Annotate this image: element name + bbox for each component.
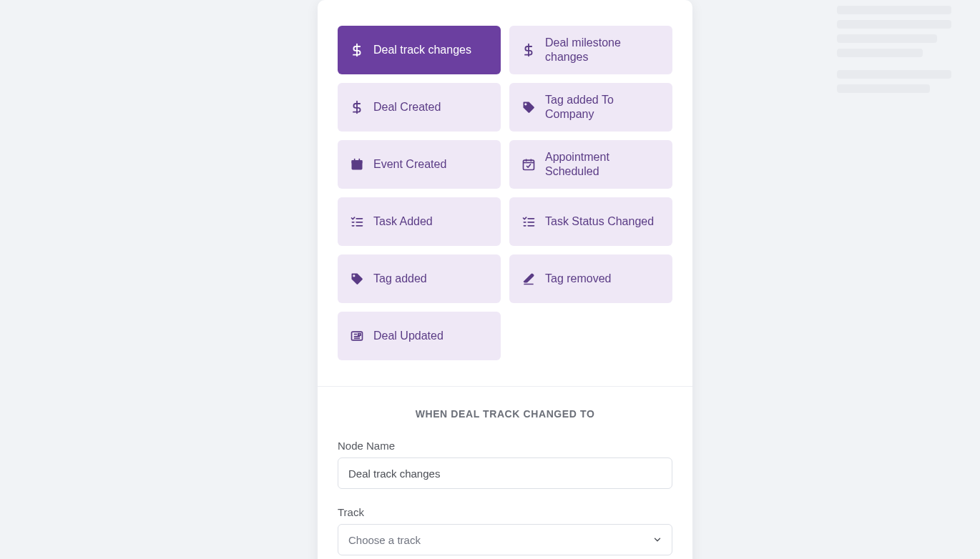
tag-icon xyxy=(521,99,536,115)
option-deal-track-changes[interactable]: Deal track changes xyxy=(338,26,501,74)
option-tag-added[interactable]: Tag added xyxy=(338,254,501,303)
option-tag-removed[interactable]: Tag removed xyxy=(509,254,672,303)
track-select[interactable]: Choose a track xyxy=(338,524,672,555)
svg-rect-5 xyxy=(354,159,356,162)
appointment-icon xyxy=(521,157,536,172)
dollar-icon xyxy=(521,42,536,58)
svg-rect-6 xyxy=(359,159,361,162)
dollar-icon xyxy=(349,99,365,115)
node-name-label: Node Name xyxy=(338,440,672,452)
dollar-icon xyxy=(349,42,365,58)
option-label: Tag removed xyxy=(545,272,612,286)
option-label: Deal Updated xyxy=(373,329,444,343)
option-task-added[interactable]: Task Added xyxy=(338,197,501,246)
svg-rect-7 xyxy=(524,160,534,169)
option-deal-updated[interactable]: Deal Updated xyxy=(338,312,501,360)
option-label: Appointment Scheduled xyxy=(545,150,661,179)
task-list-icon xyxy=(521,214,536,229)
option-deal-milestone-changes[interactable]: Deal milestone changes xyxy=(509,26,672,74)
option-tag-added-to-company[interactable]: Tag added To Company xyxy=(509,83,672,132)
option-label: Task Status Changed xyxy=(545,214,654,229)
trigger-options-grid: Deal track changes Deal milestone change… xyxy=(318,0,692,380)
option-label: Task Added xyxy=(373,214,433,229)
option-label: Deal milestone changes xyxy=(545,36,661,64)
eraser-icon xyxy=(521,271,536,287)
background-placeholder-lines xyxy=(837,0,980,99)
node-name-input[interactable] xyxy=(338,457,672,489)
option-appointment-scheduled[interactable]: Appointment Scheduled xyxy=(509,140,672,189)
tag-icon xyxy=(349,271,365,287)
track-label: Track xyxy=(338,506,672,518)
option-event-created[interactable]: Event Created xyxy=(338,140,501,189)
trigger-form-section: WHEN DEAL TRACK CHANGED TO Node Name Tra… xyxy=(318,387,692,555)
calendar-icon xyxy=(349,157,365,172)
svg-rect-25 xyxy=(358,334,361,336)
task-list-icon xyxy=(349,214,365,229)
trigger-config-panel: Deal track changes Deal milestone change… xyxy=(318,0,692,559)
option-task-status-changed[interactable]: Task Status Changed xyxy=(509,197,672,246)
option-label: Event Created xyxy=(373,157,446,172)
option-label: Deal track changes xyxy=(373,43,471,57)
option-deal-created[interactable]: Deal Created xyxy=(338,83,501,132)
svg-rect-4 xyxy=(352,160,363,163)
section-title: WHEN DEAL TRACK CHANGED TO xyxy=(338,408,672,420)
option-label: Tag added To Company xyxy=(545,93,661,122)
option-label: Tag added xyxy=(373,272,427,286)
news-icon xyxy=(349,328,365,344)
option-label: Deal Created xyxy=(373,100,441,114)
